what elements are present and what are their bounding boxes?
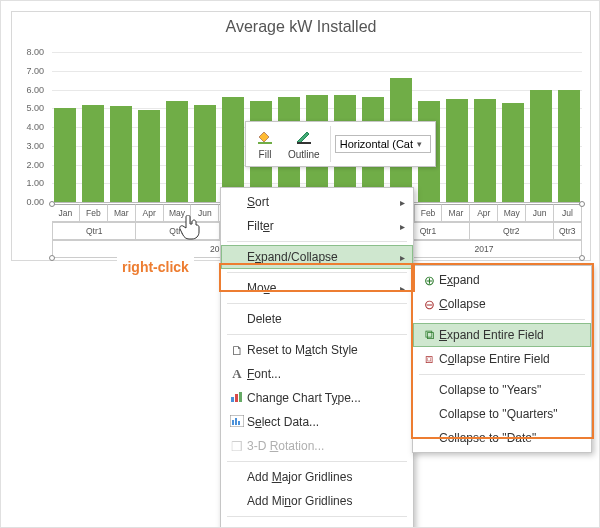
svg-rect-0	[258, 142, 272, 144]
chart-type-icon	[227, 391, 247, 406]
menu-add-minor-gridlines[interactable]: Add Minor Gridlines	[221, 489, 413, 513]
axis-month-label: Feb	[415, 204, 443, 222]
axis-month-label: Feb	[80, 204, 108, 222]
chart-title: Average kW Installed	[12, 12, 590, 46]
expand-collapse-submenu: ⊕Expand ⊖Collapse ⧉Expand Entire Field ⧈…	[412, 265, 592, 453]
submenu-expand[interactable]: ⊕Expand	[413, 268, 591, 292]
svg-rect-8	[238, 421, 240, 425]
bar[interactable]	[530, 90, 552, 203]
svg-rect-7	[235, 418, 237, 425]
expand-field-icon: ⧉	[419, 327, 439, 343]
bar[interactable]	[194, 105, 216, 203]
menu-change-chart-type[interactable]: Change Chart Type...	[221, 386, 413, 410]
bar[interactable]	[558, 90, 580, 203]
pen-icon	[295, 129, 313, 149]
menu-font[interactable]: AFont...	[221, 362, 413, 386]
menu-expand-collapse[interactable]: Expand/Collapse▸	[221, 245, 413, 269]
axis-month-label: May	[498, 204, 526, 222]
paint-bucket-icon	[256, 129, 274, 149]
menu-format-axis[interactable]: Format Axis...	[221, 520, 413, 528]
axis-month-label: Apr	[136, 204, 164, 222]
submenu-collapse-years[interactable]: Collapse to "Years"	[413, 378, 591, 402]
axis-month-label: May	[164, 204, 192, 222]
svg-rect-1	[297, 142, 311, 144]
axis-month-label: Mar	[442, 204, 470, 222]
select-data-icon	[227, 415, 247, 430]
collapse-icon: ⊖	[419, 297, 439, 312]
mini-toolbar: Fill Outline Horizontal (Cat ▾	[245, 121, 436, 167]
fill-button[interactable]: Fill	[250, 127, 280, 162]
submenu-collapse-quarters[interactable]: Collapse to "Quarters"	[413, 402, 591, 426]
menu-filter[interactable]: Filter▸	[221, 214, 413, 238]
svg-rect-2	[231, 397, 234, 402]
bar[interactable]	[54, 108, 76, 202]
cube-icon: ❒	[227, 439, 247, 454]
context-menu: Sort▸ Filter▸ Expand/Collapse▸ Move▸ Del…	[220, 187, 414, 528]
bar[interactable]	[474, 99, 496, 202]
menu-add-major-gridlines[interactable]: Add Major Gridlines	[221, 465, 413, 489]
outline-button[interactable]: Outline	[282, 127, 326, 162]
font-icon: A	[227, 366, 247, 382]
bar[interactable]	[82, 105, 104, 203]
y-axis: 0.00 1.00 2.00 3.00 4.00 5.00 6.00 7.00 …	[12, 52, 48, 202]
submenu-collapse-entire-field[interactable]: ⧈Collapse Entire Field	[413, 347, 591, 371]
bar[interactable]	[446, 99, 468, 202]
svg-rect-3	[235, 394, 238, 402]
axis-month-label: Jun	[191, 204, 219, 222]
submenu-collapse[interactable]: ⊖Collapse	[413, 292, 591, 316]
axis-options-dropdown[interactable]: Horizontal (Cat ▾	[335, 135, 431, 153]
callout-right-click: right-click	[117, 257, 194, 277]
menu-move[interactable]: Move▸	[221, 276, 413, 300]
axis-month-label: Jun	[526, 204, 554, 222]
reset-icon: 🗋	[227, 343, 247, 358]
svg-rect-6	[232, 420, 234, 425]
axis-month-label: Jan	[52, 204, 80, 222]
expand-icon: ⊕	[419, 273, 439, 288]
bar[interactable]	[502, 103, 524, 202]
bar[interactable]	[166, 101, 188, 202]
menu-3d-rotation: ❒3-D Rotation...	[221, 434, 413, 458]
submenu-expand-entire-field[interactable]: ⧉Expand Entire Field	[413, 323, 591, 347]
menu-delete[interactable]: Delete	[221, 307, 413, 331]
collapse-field-icon: ⧈	[419, 351, 439, 367]
menu-select-data[interactable]: Select Data...	[221, 410, 413, 434]
menu-sort[interactable]: Sort▸	[221, 190, 413, 214]
axis-month-label: Apr	[470, 204, 498, 222]
bar[interactable]	[110, 106, 132, 202]
submenu-collapse-date[interactable]: Collapse to "Date"	[413, 426, 591, 450]
axis-month-label: Jul	[554, 204, 582, 222]
menu-reset-style[interactable]: 🗋Reset to Match Style	[221, 338, 413, 362]
bar[interactable]	[138, 110, 160, 202]
axis-month-label: Mar	[108, 204, 136, 222]
chevron-down-icon: ▾	[417, 139, 422, 149]
svg-rect-4	[239, 392, 242, 402]
